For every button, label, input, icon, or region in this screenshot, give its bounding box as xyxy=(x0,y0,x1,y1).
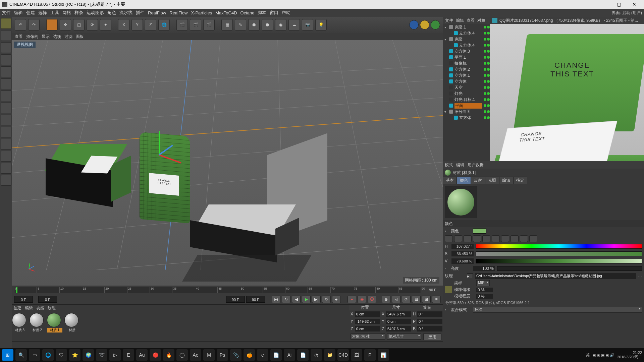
tool-texture[interactable] xyxy=(1,42,11,53)
menu-help[interactable]: 帮助 xyxy=(282,10,290,16)
coord-apply-button[interactable]: 应用 xyxy=(423,334,441,340)
tool-xray[interactable] xyxy=(1,151,11,162)
matmenu-texture[interactable]: 纹理 xyxy=(48,305,56,311)
taskbar-app-8[interactable]: Au xyxy=(136,349,148,361)
menu-window[interactable]: 窗口 xyxy=(270,10,278,16)
menu-edit[interactable]: 编辑 xyxy=(14,10,23,16)
tool-polygons[interactable] xyxy=(1,90,11,101)
attr-tab[interactable]: 基本 xyxy=(443,177,457,184)
coord-rot-field[interactable]: 0 ° xyxy=(417,311,442,317)
taskbar-app-13[interactable]: M xyxy=(203,349,215,361)
tool-uvpoly[interactable] xyxy=(1,115,11,125)
tool-tweak[interactable] xyxy=(1,139,11,149)
tree-item[interactable]: 立方体.1 xyxy=(443,72,490,78)
add-camera-icon[interactable]: 📷 xyxy=(302,19,313,31)
taskbar-app-15[interactable]: 📎 xyxy=(230,349,241,361)
coord-size-field[interactable]: 5497.6 cm xyxy=(386,311,411,317)
material-thumb[interactable]: 材质.2 xyxy=(30,313,45,333)
menu-tools[interactable]: 工具 xyxy=(50,10,59,16)
tree-item[interactable]: ▾细分曲面 xyxy=(443,109,490,115)
key-scale-icon[interactable]: ◱ xyxy=(392,296,400,303)
tree-item[interactable]: 立方体.4 xyxy=(443,30,490,36)
key-pla-icon[interactable]: ⊞ xyxy=(422,296,431,303)
coord-rot-field[interactable]: 0 ° xyxy=(417,319,442,324)
coord-rot-field[interactable]: 0 ° xyxy=(417,326,442,331)
system-clock[interactable]: 21:222018/3/20/周二 xyxy=(617,351,642,359)
matmenu-edit[interactable]: 编辑 xyxy=(25,305,33,311)
coord-pos-field[interactable]: 0 cm xyxy=(355,326,380,331)
material-thumb[interactable]: 材质.1 xyxy=(47,313,62,333)
hier-menu-edit[interactable]: 编辑 xyxy=(456,18,464,23)
hsv-v-field[interactable]: 79.608 % xyxy=(451,258,474,264)
maximize-button[interactable]: ▢ xyxy=(611,0,627,9)
taskbar-app-10[interactable]: 🔥 xyxy=(163,349,174,361)
redo-button[interactable]: ↷ xyxy=(28,19,40,31)
add-cube-icon[interactable]: ▦ xyxy=(221,19,233,31)
taskbar-app-18[interactable]: 📄 xyxy=(270,349,282,361)
material-thumb[interactable]: 材质 xyxy=(64,313,80,333)
record-button[interactable]: ● xyxy=(347,296,356,303)
color-mode-btn-5[interactable] xyxy=(482,235,490,242)
render-region-icon[interactable]: 🎬 xyxy=(190,19,201,31)
layout-label[interactable]: 界面: 启动 (用户) xyxy=(612,10,642,16)
lock-z-icon[interactable]: Z xyxy=(145,19,156,31)
viewmenu-panel[interactable]: 面板 xyxy=(76,34,84,40)
coord-size-field[interactable]: 5497.6 cm xyxy=(386,326,411,331)
tree-item[interactable]: 立方体 xyxy=(443,78,490,84)
hsv-h-field[interactable]: 107.027 ° xyxy=(451,244,474,249)
taskbar-app-6[interactable]: ▷ xyxy=(109,349,121,361)
taskbar-app-25[interactable]: P xyxy=(364,349,376,361)
color-mode-btn-1[interactable] xyxy=(445,235,453,242)
tree-item[interactable]: 灯光.目标.1 xyxy=(443,97,490,103)
taskbar-app-26[interactable]: 📊 xyxy=(378,349,389,361)
frame-next-button[interactable]: ▶| xyxy=(312,296,321,303)
menu-file[interactable]: 文件 xyxy=(2,10,11,16)
coord-size-field[interactable]: 0 cm xyxy=(386,319,411,324)
attr-menu-edit[interactable]: 编辑 xyxy=(456,162,464,168)
menu-xparticles[interactable]: X-Particles xyxy=(191,10,212,15)
taskbar-app-11[interactable]: ◯ xyxy=(176,349,188,361)
menu-plugins[interactable]: 插件 xyxy=(136,10,145,16)
frame-range-mid-field[interactable]: 90 F xyxy=(226,296,245,303)
tool-workplane[interactable] xyxy=(1,54,11,65)
menu-octane[interactable]: Octane xyxy=(240,10,255,15)
hier-menu-file[interactable]: 文件 xyxy=(445,18,453,23)
color-mode-btn-2[interactable] xyxy=(454,235,462,242)
bluroffset-field[interactable]: 0 % xyxy=(476,288,493,292)
viewmenu-display[interactable]: 显示 xyxy=(42,34,50,40)
undo-button[interactable]: ↶ xyxy=(15,19,26,31)
hsv-s-field[interactable]: 36.453 % xyxy=(451,251,474,256)
attr-menu-userdata[interactable]: 用户数据 xyxy=(468,162,484,168)
taskbar-app-9[interactable]: 🔴 xyxy=(150,349,161,361)
taskbar-app-5[interactable]: ➰ xyxy=(96,349,107,361)
tree-item[interactable]: 天空 xyxy=(443,84,490,90)
menu-pipeline[interactable]: 流水线 xyxy=(119,10,132,16)
tool-axis[interactable] xyxy=(1,103,11,113)
tool-uvpoint[interactable] xyxy=(1,127,11,137)
add-generator-icon[interactable]: ⬢ xyxy=(248,19,260,31)
menu-script[interactable]: 脚本 xyxy=(258,10,266,16)
add-environment-icon[interactable]: ☁ xyxy=(288,19,300,31)
key-rot-icon[interactable]: ⟳ xyxy=(402,296,411,303)
add-mograph-icon[interactable]: ⬣ xyxy=(262,19,273,31)
tree-item[interactable]: ▾克隆.1 xyxy=(443,24,490,30)
autokey-button[interactable]: ◉ xyxy=(358,296,366,303)
matmenu-create[interactable]: 创建 xyxy=(13,305,21,311)
coord-mode-select[interactable]: 对象 (相对) xyxy=(351,334,385,340)
tool-model[interactable] xyxy=(1,18,11,29)
xp-emitter-icon[interactable] xyxy=(420,20,429,29)
viewmenu-filter[interactable]: 过滤 xyxy=(64,34,72,40)
tree-item[interactable]: 立方体 xyxy=(443,115,490,121)
menu-mograph[interactable]: 运动图形 xyxy=(87,10,104,16)
last-tool-icon[interactable]: ✦ xyxy=(100,19,111,31)
tool-points[interactable] xyxy=(1,66,11,77)
viewmenu-view[interactable]: 查看 xyxy=(15,34,23,40)
menu-spline[interactable]: 样条 xyxy=(74,10,83,16)
color-mode-btn-3[interactable] xyxy=(464,235,472,242)
menu-character[interactable]: 角色 xyxy=(107,10,116,16)
hier-menu-obj[interactable]: 对象 xyxy=(477,18,485,23)
viewport[interactable]: 透视视图 CHANGETHIS TEXT 网格间距 : 100 cm xyxy=(12,40,443,286)
hier-menu-view[interactable]: 查看 xyxy=(467,18,475,23)
material-thumb[interactable]: 材质.3 xyxy=(12,313,28,333)
coord-pos-field[interactable]: -149.62 cm xyxy=(355,319,380,324)
